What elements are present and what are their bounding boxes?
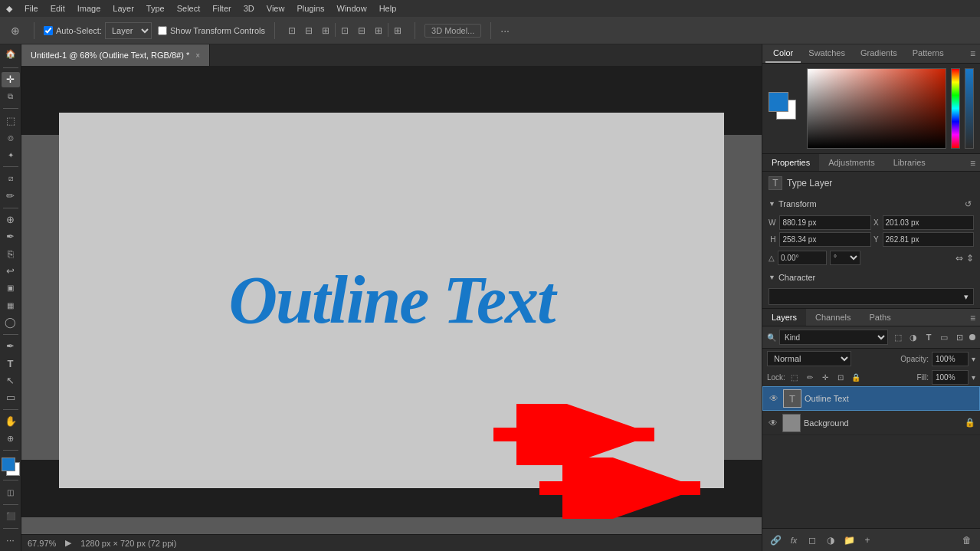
eraser-tool[interactable]: ▣ — [2, 280, 20, 296]
layer-visibility-outline[interactable]: 👁 — [768, 392, 780, 405]
quick-mask-tool[interactable]: ◫ — [2, 484, 20, 500]
hue-slider[interactable] — [951, 68, 960, 149]
lock-pixels-icon[interactable]: ✏ — [804, 372, 816, 384]
close-tab-button[interactable]: × — [195, 51, 200, 60]
properties-panel-menu[interactable]: ≡ — [970, 158, 975, 169]
link-layers-button[interactable]: 🔗 — [769, 533, 782, 547]
align-bottom-icon[interactable]: ⊞ — [371, 23, 386, 38]
eyedropper-tool[interactable]: ✏ — [2, 188, 20, 203]
layer-item-outline-text[interactable]: 👁 T Outline Text — [762, 386, 980, 411]
tab-gradients[interactable]: Gradients — [853, 44, 905, 63]
filter-shape-icon[interactable]: ▭ — [937, 330, 951, 344]
opacity-input[interactable] — [932, 352, 969, 366]
menu-view[interactable]: View — [267, 4, 285, 13]
healing-brush-tool[interactable]: ⊕ — [2, 212, 20, 228]
transform-reset[interactable]: ↺ — [962, 198, 974, 210]
angle-input[interactable] — [778, 251, 827, 265]
clone-stamp-tool[interactable]: ⎘ — [2, 246, 20, 261]
menu-select[interactable]: Select — [177, 4, 201, 13]
menu-window[interactable]: Window — [337, 4, 367, 13]
tab-untitled[interactable]: Untitled-1 @ 68% (Outline Text, RGB/8#) … — [21, 44, 210, 66]
menu-ps[interactable]: ◆ — [6, 4, 12, 14]
menu-layer[interactable]: Layer — [113, 4, 134, 13]
home-button[interactable]: 🏠 — [3, 48, 18, 61]
align-center-h-icon[interactable]: ⊟ — [301, 23, 316, 38]
opacity-dropdown[interactable]: ▾ — [972, 355, 975, 363]
filter-smart-icon[interactable]: ⊡ — [952, 330, 966, 344]
pen-tool[interactable]: ✒ — [2, 339, 20, 354]
align-top-icon[interactable]: ⊡ — [337, 23, 352, 38]
btn-3d[interactable]: 3D Model... — [424, 24, 481, 38]
tab-properties[interactable]: Properties — [762, 154, 819, 171]
lock-transparent-icon[interactable]: ⬚ — [788, 372, 801, 384]
color-panel-menu[interactable]: ≡ — [970, 48, 975, 59]
tab-layers[interactable]: Layers — [762, 309, 806, 326]
lock-position-icon[interactable]: ✛ — [819, 372, 831, 384]
align-right-icon[interactable]: ⊞ — [318, 23, 333, 38]
menu-file[interactable]: File — [25, 4, 38, 13]
tab-paths[interactable]: Paths — [860, 309, 900, 326]
filter-type-icon[interactable]: T — [922, 330, 936, 344]
hand-tool[interactable]: ✋ — [2, 414, 20, 429]
layers-panel-menu[interactable]: ≡ — [970, 313, 975, 323]
zoom-tool[interactable]: ⊕ — [2, 431, 20, 446]
lock-all-icon[interactable]: 🔒 — [850, 372, 862, 384]
move-tool[interactable]: ✛ — [2, 72, 20, 87]
layer-visibility-bg[interactable]: 👁 — [767, 417, 779, 429]
y-input[interactable] — [883, 232, 974, 247]
filter-pixel-icon[interactable]: ⬚ — [891, 330, 905, 344]
tab-patterns[interactable]: Patterns — [905, 44, 952, 63]
lasso-tool[interactable]: ⌾ — [2, 130, 20, 146]
tab-libraries[interactable]: Libraries — [884, 154, 935, 171]
x-input[interactable] — [883, 215, 974, 230]
type-tool[interactable]: T — [2, 356, 20, 371]
color-spectrum[interactable] — [807, 68, 946, 149]
screen-mode-tool[interactable]: ⬛ — [2, 508, 20, 523]
tab-color[interactable]: Color — [765, 44, 801, 63]
menu-3d[interactable]: 3D — [244, 4, 254, 13]
layer-filter-dot[interactable] — [969, 334, 975, 340]
crop-tool[interactable]: ⧄ — [2, 171, 20, 186]
add-style-button[interactable]: fx — [787, 533, 801, 547]
brush-tool[interactable]: ✒ — [2, 229, 20, 244]
delete-layer-button[interactable]: 🗑 — [960, 533, 974, 547]
marquee-tool[interactable]: ⬚ — [2, 113, 20, 128]
h-input[interactable] — [779, 232, 870, 247]
add-mask-button[interactable]: ◻ — [805, 533, 819, 547]
move-tool-icon[interactable]: ⊕ — [6, 21, 25, 40]
path-select-tool[interactable]: ↖ — [2, 372, 20, 388]
tab-swatches[interactable]: Swatches — [801, 44, 853, 63]
align-left-icon[interactable]: ⊡ — [284, 23, 300, 38]
filter-kind-select[interactable]: Kind — [779, 330, 888, 345]
dodge-tool[interactable]: ◯ — [2, 314, 20, 330]
history-brush-tool[interactable]: ↩ — [2, 263, 20, 278]
fill-dropdown[interactable]: ▾ — [972, 373, 975, 382]
transform-arrow[interactable]: ▼ — [769, 200, 775, 208]
menu-image[interactable]: Image — [77, 4, 101, 13]
fill-input[interactable] — [932, 370, 969, 385]
tab-adjustments[interactable]: Adjustments — [819, 154, 884, 171]
magic-wand-tool[interactable]: ✦ — [2, 147, 20, 162]
foreground-color-swatch[interactable] — [2, 458, 20, 473]
new-group-button[interactable]: 📁 — [842, 533, 856, 547]
canvas-scroll[interactable]: Outline Text — [21, 66, 762, 534]
foreground-color[interactable] — [769, 92, 788, 112]
lock-artboard-icon[interactable]: ⊡ — [834, 372, 847, 384]
canvas[interactable]: Outline Text — [59, 113, 724, 488]
gradient-tool[interactable]: ▦ — [2, 297, 20, 313]
w-input[interactable] — [779, 215, 870, 230]
shape-tool[interactable]: ▭ — [2, 389, 20, 405]
show-transform-checkbox[interactable] — [158, 26, 167, 35]
more-tools-button[interactable]: ··· — [2, 533, 20, 548]
menu-edit[interactable]: Edit — [51, 4, 65, 13]
artboard-tool[interactable]: ⧉ — [2, 89, 20, 104]
new-adjustment-button[interactable]: ◑ — [824, 533, 837, 547]
flip-h-icon[interactable]: ⇔ — [955, 253, 963, 264]
auto-select-checkbox[interactable] — [44, 26, 53, 35]
menu-type[interactable]: Type — [146, 4, 165, 13]
menu-help[interactable]: Help — [379, 4, 397, 13]
opacity-color-slider[interactable] — [965, 68, 974, 149]
flip-v-icon[interactable]: ⇕ — [966, 253, 974, 264]
character-dropdown[interactable]: ▾ — [769, 288, 974, 305]
character-arrow[interactable]: ▼ — [769, 274, 775, 281]
